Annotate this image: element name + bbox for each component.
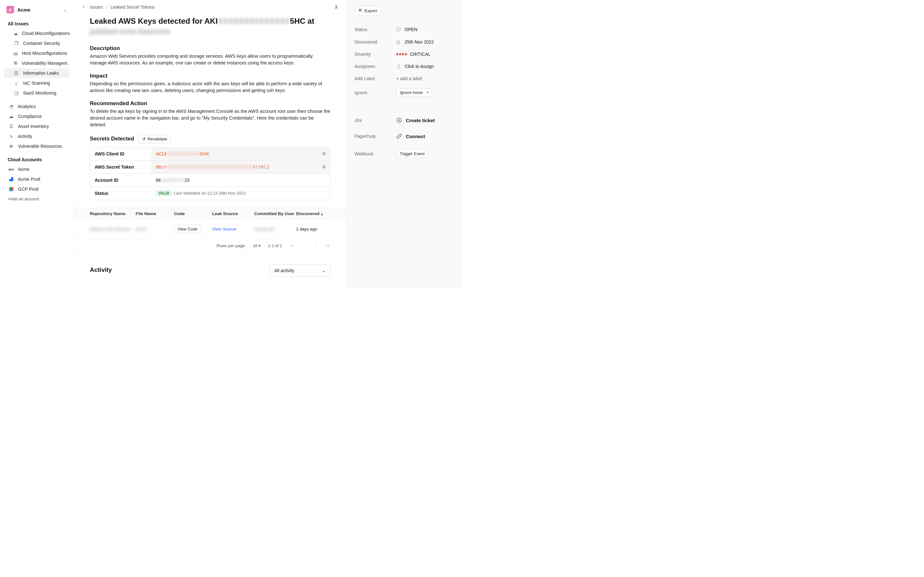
breadcrumb: Issues / Leaked Secret Tokens: [90, 5, 155, 10]
divider: [355, 106, 454, 106]
topbar: Issues / Leaked Secret Tokens: [74, 0, 347, 13]
valid-badge: VALID: [156, 190, 172, 197]
sidebar-item-analytics[interactable]: ◔ Analytics: [4, 102, 69, 111]
monitor-icon: ◳: [13, 90, 19, 95]
activity-filter-select[interactable]: All activity ⌄: [270, 264, 330, 277]
breadcrumb-leaf: Leaked Secret Tokens: [110, 5, 155, 10]
pagerduty-connect[interactable]: Connect: [396, 133, 425, 139]
secret-key-status: Status: [90, 187, 151, 200]
col-code[interactable]: Code: [174, 211, 212, 216]
trigger-event-button[interactable]: Trigger Event: [396, 149, 428, 158]
workspace-switcher[interactable]: A Acme ⌄: [3, 6, 70, 19]
cube-icon: ❒: [13, 41, 19, 46]
rows-per-page-label: Rows per page:: [216, 243, 246, 248]
revalidate-button[interactable]: ↺ Revalidate: [139, 135, 171, 143]
sidebar-item-label: Information Leaks: [23, 71, 59, 76]
sidebar-item-vuln-resources[interactable]: ⊕ Vulnerable Resources: [4, 141, 69, 151]
plus-circle-icon: [396, 117, 402, 123]
cloud-icon: ☁: [13, 31, 18, 36]
sidebar-item-label: Container Security: [23, 41, 60, 46]
view-source-link[interactable]: View Source: [212, 227, 236, 231]
link-icon: [396, 133, 402, 139]
secrets-table: AWS Client ID AKIAXXXXXXXXXXXX45HC ⧉ AWS…: [90, 147, 330, 200]
cloud-account-gcp-prod[interactable]: GCP Prod: [4, 184, 69, 194]
shield-icon: ⛨: [13, 61, 18, 66]
cloud-account-label: GCP Prod: [18, 187, 39, 192]
page-last-icon[interactable]: ⇥: [325, 243, 330, 248]
cloud-account-acme-prod[interactable]: Acme Prod: [4, 174, 69, 184]
target-icon: ⊕: [8, 143, 14, 149]
sidebar-item-label: Host Misconfigurations: [22, 51, 67, 56]
sidebar-item-host-misconfig[interactable]: 🖴 Host Misconfigurations: [4, 48, 69, 58]
svg-point-0: [398, 65, 399, 66]
add-label-button[interactable]: + add a label: [396, 76, 422, 81]
secret-value-client-id: AKIAXXXXXXXXXXXX45HC: [156, 151, 210, 156]
chevron-down-icon: ⌄: [322, 268, 326, 273]
meta-label-discovered: Discovered: [355, 39, 396, 45]
view-code-button[interactable]: View Code: [174, 225, 201, 234]
chart-icon: ◔: [8, 104, 14, 109]
pagination-range: 1-1 of 1: [268, 243, 282, 248]
col-user[interactable]: Committed By User: [254, 211, 296, 216]
sidebar: A Acme ⌄ All Issues ☁ Cloud Misconfigura…: [0, 0, 74, 288]
leak-row: jubilant-octo-bassoon test.tf View Code …: [74, 219, 347, 239]
sidebar-item-activity[interactable]: ∿ Activity: [4, 131, 69, 141]
pagination: Rows per page: 10 ▾ 1-1 of 1 ⇤ ‹ › ⇥: [74, 239, 347, 251]
list-icon: ☰: [8, 124, 14, 129]
recommended-action-text: To delete the api keys by signing in to …: [90, 108, 330, 128]
cloud-account-label: Acme: [18, 167, 29, 172]
sidebar-item-iac-scanning[interactable]: ⌕ IaC Scanning: [4, 78, 69, 88]
details-panel: ⇱ Export Status ⓘ OPEN Discovered ◷ 25th…: [347, 0, 462, 288]
meta-value-discovered: 25th Nov 2022: [405, 39, 434, 45]
col-file[interactable]: File Name: [136, 211, 174, 216]
back-button[interactable]: [81, 5, 86, 9]
pulse-icon: ∿: [8, 134, 14, 139]
description-heading: Description: [90, 45, 330, 52]
meta-value-severity: CRITICAL: [410, 52, 431, 57]
collapse-panel-icon[interactable]: [334, 5, 339, 10]
server-icon: 🖴: [13, 51, 18, 56]
export-icon: ⇱: [359, 8, 363, 13]
jira-create-ticket[interactable]: Create ticket: [396, 117, 435, 123]
sidebar-item-label: Vulnerability Managem…: [22, 61, 69, 66]
sidebar-item-cloud-misconfig[interactable]: ☁ Cloud Misconfigurations: [4, 29, 69, 38]
description-text: Amazon Web Services provides computing a…: [90, 53, 330, 66]
sidebar-item-asset-inventory[interactable]: ☰ Asset Inventory: [4, 121, 69, 131]
cell-file: test.tf: [136, 227, 174, 231]
sidebar-item-info-leaks[interactable]: ⚿ Information Leaks: [4, 68, 69, 78]
aws-icon: aws: [8, 168, 14, 171]
page-first-icon[interactable]: ⇤: [289, 243, 295, 248]
sidebar-item-label: Vulnerable Resources: [18, 143, 62, 149]
breadcrumb-root[interactable]: Issues: [90, 5, 103, 10]
cloud-check-icon: ☁: [8, 114, 14, 119]
scan-icon: ⌕: [13, 81, 19, 85]
secret-value-account-id: 96XXXXXXXX23: [156, 177, 190, 183]
clock-icon: ◷: [396, 39, 401, 45]
sidebar-item-container-security[interactable]: ❒ Container Security: [4, 39, 69, 48]
meta-label-status: Status: [355, 27, 396, 32]
secret-key-secret-token: AWS Secret Token: [90, 161, 151, 173]
ignore-issue-button[interactable]: Ignore Issue: [396, 88, 432, 97]
export-button[interactable]: ⇱ Export: [355, 6, 381, 15]
col-discovered[interactable]: Discovered: [296, 211, 330, 216]
page-next-icon[interactable]: ›: [313, 243, 317, 248]
col-source[interactable]: Leak Source: [212, 211, 254, 216]
sidebar-item-vuln-mgmt[interactable]: ⛨ Vulnerability Managem…: [4, 58, 69, 68]
copy-icon[interactable]: ⧉: [322, 164, 326, 169]
add-account-link[interactable]: +Add an account: [3, 194, 70, 203]
col-repo[interactable]: Repository Name: [90, 211, 136, 216]
assignees-picker[interactable]: Click to Assign: [396, 64, 434, 69]
rows-per-page-select[interactable]: 10 ▾: [253, 243, 261, 248]
cloud-account-acme[interactable]: aws Acme: [4, 164, 69, 174]
page-prev-icon[interactable]: ‹: [302, 243, 306, 248]
workspace-name: Acme: [17, 7, 31, 13]
impact-text: Depending on the permissions given, a ma…: [90, 81, 330, 94]
sidebar-item-compliance[interactable]: ☁ Compliance: [4, 111, 69, 121]
sidebar-item-saas-monitoring[interactable]: ◳ SaaS Monitoring: [4, 88, 69, 98]
sidebar-item-label: Asset Inventory: [18, 124, 49, 129]
nav-group-all-issues[interactable]: All Issues: [3, 19, 70, 28]
integration-label-jira: Jira: [355, 118, 396, 123]
copy-icon[interactable]: ⧉: [322, 151, 326, 156]
workspace-badge: A: [6, 6, 14, 13]
secrets-detected-heading: Secrets Detected: [90, 135, 134, 142]
